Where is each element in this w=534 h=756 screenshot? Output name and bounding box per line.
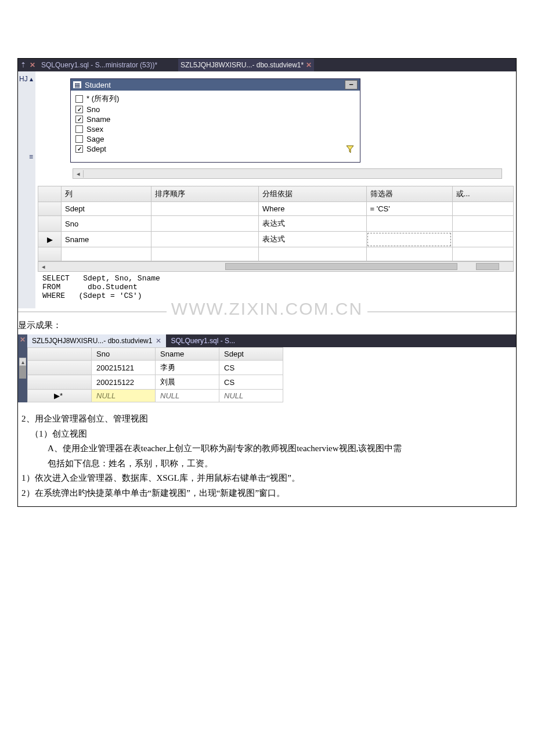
text-line: 2）在系统弹出旳快捷菜单中单击“新建视图”，出现“新建视图”窗口。 xyxy=(21,486,513,501)
criteria-hscrollbar[interactable]: ◂ xyxy=(38,261,514,272)
cell-sort[interactable] xyxy=(151,202,258,216)
results-tab-bar: SZL5JQHJ8WXISRU...- dbo.studview1 ✕ SQLQ… xyxy=(27,334,516,347)
cell-sname-null[interactable]: NULL xyxy=(156,390,219,402)
cell-column[interactable]: Sno xyxy=(62,216,151,232)
side-vscrollbar[interactable]: ▴ xyxy=(19,358,26,379)
table-student-window[interactable]: ▦ Student – * (所有列) xyxy=(70,78,360,163)
sql-text: dbo.Student xyxy=(60,283,138,291)
close-icon[interactable]: ✕ xyxy=(30,61,35,69)
cell-group[interactable] xyxy=(259,247,366,261)
cell-column[interactable] xyxy=(62,247,151,261)
text-line: 包括如下信息：姓名，系别，职称，工资。 xyxy=(21,456,513,471)
query-designer-tab-bar: ⇡ ✕ SQLQuery1.sql - S...ministrator (53)… xyxy=(18,59,516,71)
cell-column[interactable]: Sdept xyxy=(62,202,151,216)
cell-group[interactable]: 表达式 xyxy=(259,232,366,247)
results-new-row[interactable]: ▶* NULL NULL NULL xyxy=(28,390,283,402)
row-marker xyxy=(28,375,92,390)
cell-filter[interactable] xyxy=(366,216,452,232)
sql-keyword: SELECT xyxy=(42,274,70,283)
cell-sort[interactable] xyxy=(151,216,258,232)
column-item[interactable]: Sdept xyxy=(71,144,360,154)
cell-sname[interactable]: 李勇 xyxy=(156,361,219,375)
pin-icon[interactable]: ⇡ xyxy=(20,61,26,69)
results-grid[interactable]: Sno Sname Sdept 200215121 李勇 CS 20021512… xyxy=(27,347,283,402)
checkbox[interactable] xyxy=(75,106,83,113)
cell-sdept[interactable]: CS xyxy=(219,361,283,375)
header-blank xyxy=(38,186,62,202)
filter-icon xyxy=(346,145,354,153)
cell-sdept[interactable]: CS xyxy=(219,375,283,390)
cell-or[interactable] xyxy=(452,216,513,232)
tab-close-icon[interactable]: ✕ xyxy=(156,337,161,345)
cell-or[interactable] xyxy=(452,232,513,247)
cell-or[interactable] xyxy=(452,247,513,261)
row-marker xyxy=(38,216,62,232)
results-row[interactable]: 200215122 刘晨 CS xyxy=(28,375,283,390)
diagram-hscrollbar[interactable]: ◂ xyxy=(73,168,502,179)
cell-sno[interactable]: 200215121 xyxy=(92,361,156,375)
criteria-row[interactable]: Sno 表达式 xyxy=(38,216,514,232)
watermark-text: WWW.ZIXIN.COM.CN xyxy=(171,299,363,319)
close-icon[interactable]: ✕ xyxy=(20,336,26,344)
criteria-row[interactable]: Sdept Where = 'CS' xyxy=(38,202,514,216)
cell-filter-active[interactable] xyxy=(366,232,452,247)
results-row[interactable]: 200215121 李勇 CS xyxy=(28,361,283,375)
column-item[interactable]: * (所有列) xyxy=(71,93,360,105)
header-or: 或... xyxy=(452,186,513,202)
criteria-row[interactable] xyxy=(38,247,514,261)
criteria-grid[interactable]: 列 排序顺序 分组依据 筛选器 或... Sdept Where = 'CS' xyxy=(38,186,514,261)
column-label: Sage xyxy=(86,135,104,143)
header-column: 列 xyxy=(62,186,151,202)
cell-group[interactable]: 表达式 xyxy=(259,216,366,232)
cell-filter[interactable]: = 'CS' xyxy=(366,202,452,216)
minimize-button[interactable]: – xyxy=(345,80,358,89)
watermark: WWW.ZIXIN.COM.CN xyxy=(18,308,516,315)
checkbox[interactable] xyxy=(75,135,83,143)
sql-text: (Sdept = 'CS') xyxy=(65,291,142,300)
checkbox[interactable] xyxy=(75,95,83,103)
column-list: * (所有列) Sno Sname xyxy=(71,91,360,162)
checkbox[interactable] xyxy=(75,145,83,153)
cell-group[interactable]: Where xyxy=(259,202,366,216)
diagram-pane[interactable]: ▦ Student – * (所有列) xyxy=(35,71,516,186)
cell-sdept-null[interactable]: NULL xyxy=(219,390,283,402)
column-item[interactable]: Sname xyxy=(71,114,360,124)
header-group: 分组依据 xyxy=(259,186,366,202)
tab-label: SQLQuery1.sql - S...ministrator (53))* xyxy=(41,61,157,69)
panel-toggle[interactable]: HJ ▴ xyxy=(19,75,33,83)
scroll-left-icon[interactable]: ◂ xyxy=(38,262,49,271)
cell-sort[interactable] xyxy=(151,247,258,261)
criteria-header-row: 列 排序顺序 分组依据 筛选器 或... xyxy=(38,186,514,202)
cell-column[interactable]: Sname xyxy=(62,232,151,247)
scroll-up-icon[interactable]: ▴ xyxy=(19,358,26,366)
tab-sqlquery1-results[interactable]: SQLQuery1.sql - S... xyxy=(166,334,240,347)
checkbox[interactable] xyxy=(75,116,83,123)
results-side-gutter: ✕ ▴ xyxy=(18,334,27,402)
cell-sname[interactable]: 刘晨 xyxy=(156,375,219,390)
text-line: 2、用企业管理器创立、管理视图 xyxy=(21,412,513,427)
column-item[interactable]: Sage xyxy=(71,134,360,144)
row-marker xyxy=(28,361,92,375)
cell-or[interactable] xyxy=(452,202,513,216)
scroll-thumb[interactable] xyxy=(225,263,457,270)
table-titlebar[interactable]: ▦ Student – xyxy=(71,79,360,91)
column-item[interactable]: Ssex xyxy=(71,124,360,134)
cell-sno[interactable]: 200215122 xyxy=(92,375,156,390)
split-indicator-icon: ≡ xyxy=(29,153,33,161)
cell-sort[interactable] xyxy=(151,232,258,247)
side-panel-collapsed: HJ ▴ ≡ xyxy=(18,71,35,308)
column-item[interactable]: Sno xyxy=(71,105,360,114)
scroll-track[interactable] xyxy=(49,262,513,271)
tab-studview1-results[interactable]: SZL5JQHJ8WXISRU...- dbo.studview1 ✕ xyxy=(27,334,166,347)
scroll-track[interactable] xyxy=(84,169,501,178)
criteria-row[interactable]: ▶ Sname 表达式 xyxy=(38,232,514,247)
table-title: Student xyxy=(85,81,111,89)
cell-filter[interactable] xyxy=(366,247,452,261)
tab-sqlquery1[interactable]: SQLQuery1.sql - S...ministrator (53))* xyxy=(39,59,160,71)
scroll-left-icon[interactable]: ◂ xyxy=(73,170,84,178)
tab-studview1[interactable]: SZL5JQHJ8WXISRU...- dbo.studview1* ✕ xyxy=(178,59,314,71)
tab-close-icon[interactable]: ✕ xyxy=(306,61,312,69)
cell-sno-null[interactable]: NULL xyxy=(92,390,156,402)
checkbox[interactable] xyxy=(75,125,83,133)
scroll-thumb[interactable] xyxy=(19,366,26,379)
